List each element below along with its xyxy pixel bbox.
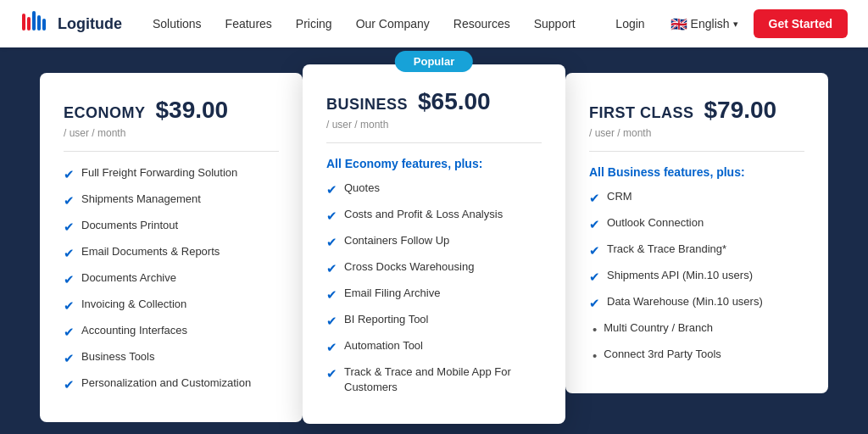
navbar-right: Login 🇬🇧 English ▾ Get Started <box>605 9 848 38</box>
nav-menu: Solutions Features Pricing Our Company R… <box>142 12 605 36</box>
nav-support[interactable]: Support <box>524 12 586 36</box>
business-period: / user / month <box>326 119 542 131</box>
list-item: ✔Documents Printout <box>64 218 279 236</box>
bullet-icon: • <box>589 347 597 364</box>
list-item: ✔Documents Archive <box>64 270 279 288</box>
check-icon: ✔ <box>326 259 337 277</box>
check-icon: ✔ <box>64 349 75 367</box>
list-item: ✔Email Filing Archive <box>326 286 542 303</box>
list-item: •Connect 3rd Party Tools <box>589 347 804 364</box>
list-item: ✔Personalization and Customization <box>64 376 279 393</box>
nav-resources[interactable]: Resources <box>443 12 520 36</box>
first-class-divider <box>589 151 804 152</box>
economy-features: ✔Full Freight Forwarding Solution ✔Shipm… <box>64 165 279 393</box>
nav-solutions[interactable]: Solutions <box>142 12 212 36</box>
bullet-icon: • <box>589 320 597 338</box>
language-selector[interactable]: 🇬🇧 English ▾ <box>662 11 747 37</box>
first-class-header: FIRST CLASS $79.00 <box>589 97 804 124</box>
business-subtitle: All Economy features, plus: <box>326 157 542 170</box>
first-class-features: ✔CRM ✔Outlook Connection ✔Track & Trace … <box>589 189 804 364</box>
list-item: ✔Track & Trace Branding* <box>589 242 804 259</box>
check-icon: ✔ <box>326 233 337 251</box>
nav-pricing[interactable]: Pricing <box>286 12 342 36</box>
list-item: ✔CRM <box>589 189 804 207</box>
check-icon: ✔ <box>589 189 600 207</box>
check-icon: ✔ <box>326 364 337 382</box>
check-icon: ✔ <box>326 286 337 303</box>
language-label: English <box>691 17 730 31</box>
check-icon: ✔ <box>64 297 75 314</box>
list-item: ✔Automation Tool <box>326 338 542 356</box>
svg-rect-0 <box>22 14 25 31</box>
check-icon: ✔ <box>326 207 337 225</box>
pricing-section: ECONOMY $39.00 / user / month ✔Full Frei… <box>0 47 868 434</box>
business-features: ✔Quotes ✔Costs and Profit & Loss Analysi… <box>326 181 542 395</box>
list-item: ✔Email Documents & Reports <box>64 244 279 262</box>
list-item: •Multi Country / Branch <box>589 320 804 338</box>
list-item: ✔Accounting Interfaces <box>64 323 279 341</box>
nav-features[interactable]: Features <box>215 12 282 36</box>
first-class-subtitle: All Business features, plus: <box>589 165 804 179</box>
check-icon: ✔ <box>64 323 75 341</box>
list-item: ✔Business Tools <box>64 349 279 367</box>
list-item: ✔Full Freight Forwarding Solution <box>64 165 279 183</box>
business-card: Popular BUSINESS $65.00 / user / month A… <box>303 64 565 424</box>
business-divider <box>326 142 542 143</box>
list-item: ✔Containers Follow Up <box>326 233 542 251</box>
logo[interactable]: Logitude <box>20 8 122 39</box>
list-item: ✔Outlook Connection <box>589 215 804 233</box>
svg-rect-2 <box>32 11 36 31</box>
login-link[interactable]: Login <box>605 12 654 36</box>
economy-header: ECONOMY $39.00 <box>64 97 279 124</box>
check-icon: ✔ <box>589 215 600 233</box>
flag-icon: 🇬🇧 <box>670 16 687 32</box>
list-item: ✔Cross Docks Warehousing <box>326 259 542 277</box>
check-icon: ✔ <box>589 242 600 259</box>
check-icon: ✔ <box>64 270 75 288</box>
check-icon: ✔ <box>64 218 75 236</box>
list-item: ✔Invoicing & Collection <box>64 297 279 314</box>
list-item: ✔Track & Trace and Mobile App For Custom… <box>326 364 542 395</box>
svg-rect-4 <box>42 19 46 31</box>
economy-price: $39.00 <box>156 97 229 124</box>
get-started-button[interactable]: Get Started <box>754 9 848 38</box>
economy-period: / user / month <box>64 127 279 139</box>
economy-plan-name: ECONOMY <box>64 104 146 122</box>
business-price: $65.00 <box>418 88 491 115</box>
first-class-plan-name: FIRST CLASS <box>589 104 694 122</box>
first-class-card: FIRST CLASS $79.00 / user / month All Bu… <box>565 73 828 393</box>
list-item: ✔BI Reporting Tool <box>326 312 542 330</box>
economy-divider <box>64 151 279 152</box>
check-icon: ✔ <box>589 268 600 286</box>
list-item: ✔Costs and Profit & Loss Analysis <box>326 207 542 225</box>
nav-our-company[interactable]: Our Company <box>346 12 440 36</box>
check-icon: ✔ <box>326 338 337 356</box>
svg-rect-1 <box>27 17 31 31</box>
popular-badge: Popular <box>395 51 473 72</box>
first-class-price: $79.00 <box>704 97 777 124</box>
list-item: ✔Data Warehouse (Min.10 users) <box>589 294 804 312</box>
list-item: ✔Shipments Management <box>64 192 279 209</box>
business-header: BUSINESS $65.00 <box>326 88 542 115</box>
check-icon: ✔ <box>589 294 600 312</box>
chevron-down-icon: ▾ <box>733 19 738 30</box>
check-icon: ✔ <box>326 312 337 330</box>
economy-card: ECONOMY $39.00 / user / month ✔Full Frei… <box>40 73 303 422</box>
check-icon: ✔ <box>64 165 75 183</box>
business-plan-name: BUSINESS <box>326 96 408 114</box>
list-item: ✔Quotes <box>326 181 542 198</box>
pricing-cards: ECONOMY $39.00 / user / month ✔Full Frei… <box>34 73 834 424</box>
first-class-period: / user / month <box>589 127 804 139</box>
logo-icon <box>20 8 51 39</box>
list-item: ✔Shipments API (Min.10 users) <box>589 268 804 286</box>
logo-text: Logitude <box>58 15 122 33</box>
navbar: Logitude Solutions Features Pricing Our … <box>0 0 868 47</box>
check-icon: ✔ <box>326 181 337 198</box>
check-icon: ✔ <box>64 192 75 209</box>
check-icon: ✔ <box>64 244 75 262</box>
check-icon: ✔ <box>64 376 75 393</box>
svg-rect-3 <box>37 15 41 31</box>
